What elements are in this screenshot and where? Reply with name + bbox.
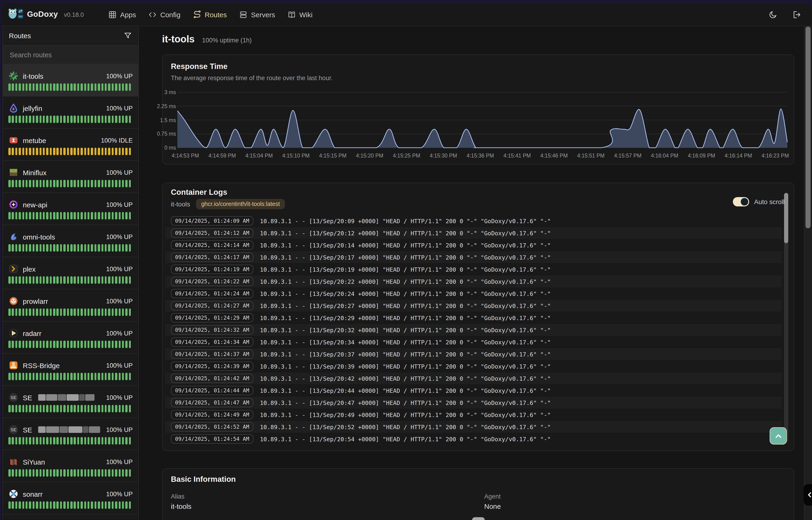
sidebar-item-radarr[interactable]: radarr 100% UP: [3, 321, 138, 354]
uptime-bar: [8, 373, 10, 380]
uptime-bar: [118, 180, 120, 187]
route-name: SiYuan: [23, 458, 45, 466]
uptime-bar: [53, 244, 55, 252]
nav-item-servers[interactable]: Servers: [239, 10, 275, 19]
uptime-bar: [84, 501, 86, 509]
uptime-bar: [50, 276, 52, 284]
uptime-bars: [8, 180, 133, 187]
uptime-bar: [91, 148, 93, 155]
uptime-bar: [50, 373, 52, 380]
redacted-block: [85, 394, 94, 401]
uptime-bar: [94, 469, 96, 477]
uptime-bar: [70, 501, 73, 509]
uptime-bar: [50, 212, 52, 219]
uptime-bar: [108, 437, 110, 444]
uptime-bar: [39, 501, 41, 509]
nav-item-wiki[interactable]: Wiki: [287, 10, 313, 19]
sidebar-item-miniflux[interactable]: Miniflux 100% UP: [3, 161, 138, 193]
x-tick-label: 4:15:15 PM: [319, 153, 347, 158]
autoscroll-toggle[interactable]: [733, 197, 749, 206]
logs-scrollbar-thumb[interactable]: [784, 193, 788, 243]
uptime-bar: [129, 309, 131, 316]
uptime-bar: [50, 180, 52, 187]
sidebar-item-omni-tools[interactable]: omni-tools 100% UP: [3, 225, 138, 257]
uptime-bar: [70, 115, 73, 123]
uptime-bar: [115, 469, 117, 477]
uptime-bar: [39, 309, 41, 316]
uptime-bar: [60, 83, 62, 91]
uptime-bar: [112, 212, 114, 219]
nav-item-config[interactable]: Config: [148, 10, 181, 19]
uptime-bar: [50, 469, 52, 477]
uptime-bar: [12, 148, 14, 155]
uptime-bar: [8, 276, 10, 284]
uptime-bar: [36, 341, 38, 348]
uptime-bar: [81, 373, 83, 380]
field-value: it-tools: [171, 502, 785, 510]
uptime-bar: [74, 437, 76, 444]
uptime-bar: [115, 405, 117, 412]
uptime-bar: [101, 180, 103, 187]
uptime-bar: [39, 148, 41, 155]
uptime-bar: [87, 212, 90, 219]
uptime-bar: [22, 148, 24, 155]
uptime-bar: [129, 373, 131, 380]
scroll-top-button[interactable]: [769, 427, 787, 444]
uptime-bar: [22, 501, 24, 509]
sidebar-item-se-2[interactable]: SE SE 100% UP: [3, 418, 138, 450]
uptime-bar: [105, 244, 107, 252]
uptime-bar: [112, 405, 114, 412]
uptime-bar: [29, 437, 31, 444]
uptime-bar: [50, 437, 52, 444]
uptime-bar: [115, 309, 117, 316]
sidebar-item-metube[interactable]: metube 100% IDLE: [3, 129, 138, 161]
uptime-bar: [115, 115, 117, 123]
uptime-bar: [19, 148, 21, 155]
theme-toggle-moon-icon[interactable]: [768, 10, 778, 19]
uptime-bar: [94, 309, 96, 316]
uptime-bar: [22, 244, 24, 252]
filter-icon[interactable]: [123, 31, 132, 40]
uptime-bar: [60, 180, 62, 187]
logs-scrollbar[interactable]: [784, 193, 788, 442]
uptime-bar: [67, 437, 69, 444]
x-tick-label: 4:15:51 PM: [577, 153, 605, 158]
uptime-bar: [98, 309, 100, 316]
sidebar-item-it-tools[interactable]: it-tools 100% UP: [3, 64, 138, 97]
grid-icon: [108, 10, 117, 19]
nav-item-apps[interactable]: Apps: [108, 10, 136, 19]
route-status: 100% UP: [106, 265, 133, 272]
uptime-bar: [70, 212, 73, 219]
sidebar-item-prowlarr[interactable]: prowlarr 100% UP: [3, 289, 138, 321]
nav-item-routes[interactable]: Routes: [193, 10, 227, 19]
log-message: 10.89.3.1 - - [13/Sep/20:54 +0000] "HEAD…: [260, 436, 551, 442]
search-input[interactable]: [9, 51, 132, 59]
uptime-bar: [8, 148, 10, 155]
sidebar-item-jellyfin[interactable]: jellyfin 100% UP: [3, 97, 138, 129]
uptime-bar: [29, 148, 31, 155]
uptime-bar: [74, 276, 76, 284]
sidebar-item-plex[interactable]: plex 100% UP: [3, 257, 138, 289]
uptime-bar: [94, 437, 96, 444]
sidebar-item-new-api[interactable]: new-api 100% UP: [3, 193, 138, 225]
sidebar-item-se-1[interactable]: SE SE 100% UP: [3, 386, 138, 418]
uptime-bar: [12, 501, 14, 509]
log-row: 09/14/2025, 01:24:42 AM10.89.3.1 - - [13…: [165, 372, 782, 384]
sidebar-item-rss-bridge[interactable]: RSS-Bridge 100% UP: [3, 354, 138, 386]
svg-text:SE: SE: [10, 427, 16, 432]
uptime-bar: [101, 405, 103, 412]
uptime-bar: [46, 501, 49, 509]
uptime-bar: [57, 341, 59, 348]
panel-collapse-handle[interactable]: [804, 484, 812, 505]
sidebar-item-sonarr[interactable]: sonarr 100% UP: [3, 482, 138, 514]
brand[interactable]: GoDoxy v0.18.0: [8, 7, 84, 21]
uptime-bar: [32, 341, 34, 348]
uptime-bar: [63, 276, 66, 284]
logout-icon[interactable]: [791, 10, 801, 19]
sidebar-item-siyuan[interactable]: SiYuan 100% UP: [3, 450, 138, 482]
uptime-bar: [39, 115, 41, 123]
x-tick-label: 4:15:36 PM: [467, 153, 494, 158]
uptime-bar: [74, 405, 76, 412]
page-scrollbar-thumb[interactable]: [806, 27, 811, 228]
x-tick-label: 4:16:23 PM: [761, 153, 789, 158]
